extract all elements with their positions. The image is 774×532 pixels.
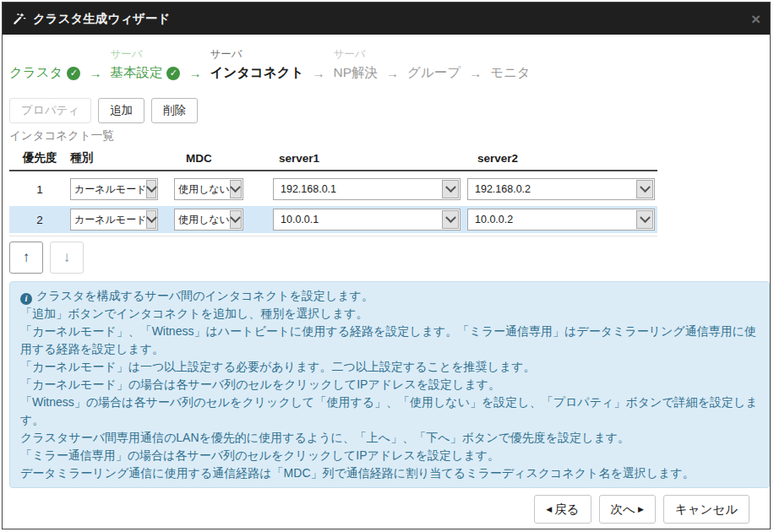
magic-wand-icon <box>12 12 26 26</box>
info-line: 「Witness」の場合は各サーバ列のセルをクリックして「使用する」、「使用しな… <box>20 394 759 429</box>
server2-select-row1[interactable]: 192.168.0.2 <box>467 178 655 200</box>
header-server1: server1 <box>273 152 467 165</box>
table-header-row: 優先度 種別 MDC server1 server2 <box>9 146 657 171</box>
priority-value: 1 <box>9 183 70 196</box>
step-label: 基本設定 <box>110 64 162 82</box>
back-arrow-icon: ◀ <box>546 506 552 513</box>
select-value: 192.168.0.2 <box>468 183 531 195</box>
back-button[interactable]: ◀ 戻る <box>534 495 591 524</box>
check-icon: ✓ <box>67 67 80 80</box>
cancel-label: キャンセル <box>675 502 738 518</box>
title-bar: クラスタ生成ウィザード × <box>3 3 770 35</box>
info-text: クラスタを構成するサーバ間のインタコネクトを設定します。 <box>36 289 373 302</box>
down-arrow-icon: ↓ <box>63 249 71 266</box>
step-label: インタコネクト <box>210 64 303 82</box>
cancel-button[interactable]: キャンセル <box>663 495 749 524</box>
step-top-label <box>490 46 531 62</box>
chevron-down-icon <box>230 180 242 198</box>
step-monitor: モニタ <box>490 46 531 84</box>
select-value: 10.0.0.1 <box>274 214 319 225</box>
chevron-down-icon <box>442 210 459 229</box>
step-top-label: サーバ <box>334 46 379 62</box>
wizard-stepper: クラスタ ✓ → サーバ 基本設定 ✓ → サーバ インタコネクト → サーバ … <box>9 46 531 84</box>
select-value: 192.168.0.1 <box>274 183 336 195</box>
info-panel: iクラスタを構成するサーバ間のインタコネクトを設定します。 「追加」ボタンでイン… <box>9 281 770 488</box>
dialog-title: クラスタ生成ウィザード <box>33 11 170 27</box>
step-label: クラスタ <box>9 64 63 82</box>
step-basic-settings[interactable]: サーバ 基本設定 ✓ <box>110 46 180 84</box>
arrow-right-icon: → <box>313 62 325 84</box>
server1-select-row2[interactable]: 10.0.0.1 <box>273 209 461 231</box>
interconnect-table: 優先度 種別 MDC server1 server2 1 カーネルモード 使用し… <box>9 146 657 236</box>
step-top-label <box>9 46 80 62</box>
select-value: 使用しない <box>175 213 230 227</box>
select-value: カーネルモード <box>71 213 146 227</box>
info-line: データミラーリング通信に使用する通信経路は「MDC」列で通信経路に割り当てるミラ… <box>20 464 759 482</box>
chevron-down-icon <box>146 180 156 198</box>
step-interconnect: サーバ インタコネクト <box>210 46 303 84</box>
select-value: 使用しない <box>175 182 230 197</box>
info-line: クラスタサーバ間専用通信のLANを優先的に使用するように、「上へ」、「下へ」ボタ… <box>20 429 759 447</box>
type-select-row2[interactable]: カーネルモード <box>70 209 158 231</box>
arrow-right-icon: → <box>469 62 482 84</box>
chevron-down-icon <box>636 210 653 229</box>
step-cluster[interactable]: クラスタ ✓ <box>9 46 80 84</box>
priority-value: 2 <box>9 214 70 226</box>
properties-button[interactable]: プロパティ <box>9 98 91 123</box>
footer-actions: ◀ 戻る 次へ ▶ キャンセル <box>534 495 749 524</box>
next-label: 次へ <box>611 502 635 518</box>
back-label: 戻る <box>554 502 579 518</box>
header-server2: server2 <box>467 152 657 165</box>
select-value: カーネルモード <box>71 182 146 197</box>
chevron-down-icon <box>230 210 242 229</box>
server2-select-row2[interactable]: 10.0.0.2 <box>467 209 655 231</box>
move-down-button[interactable]: ↓ <box>50 242 84 274</box>
info-icon: i <box>20 293 32 305</box>
add-button[interactable]: 追加 <box>98 98 144 123</box>
step-top-label: サーバ <box>210 46 303 62</box>
remove-button[interactable]: 削除 <box>151 98 198 123</box>
step-top-label: サーバ <box>110 46 180 62</box>
info-line: 「ミラー通信専用」の場合は各サーバ列のセルをクリックしてIPアドレスを設定します… <box>20 447 759 464</box>
mdc-select-row1[interactable]: 使用しない <box>174 178 243 200</box>
check-icon: ✓ <box>166 67 180 80</box>
header-priority: 優先度 <box>9 150 70 166</box>
interconnect-list-title: インタコネクト一覧 <box>9 128 114 144</box>
arrow-right-icon: → <box>89 62 101 84</box>
step-label: NP解決 <box>334 64 379 82</box>
table-bottom-divider <box>9 236 657 236</box>
mdc-select-row2[interactable]: 使用しない <box>174 209 243 231</box>
up-arrow-icon: ↑ <box>23 249 30 266</box>
chevron-down-icon <box>146 210 156 229</box>
table-row[interactable]: 1 カーネルモード 使用しない 192.168.0.1 <box>9 176 657 203</box>
header-type: 種別 <box>70 150 174 166</box>
info-line: 「カーネルモード」は一つ以上設定する必要があります。二つ以上設定することを推奨し… <box>20 358 759 376</box>
step-label: モニタ <box>490 64 531 82</box>
info-line: iクラスタを構成するサーバ間のインタコネクトを設定します。 <box>20 287 759 305</box>
move-up-button[interactable]: ↑ <box>9 242 43 274</box>
step-label: グループ <box>407 64 461 82</box>
arrow-right-icon: → <box>386 62 399 84</box>
step-group: グループ <box>407 46 461 84</box>
select-value: 10.0.0.2 <box>468 214 513 225</box>
server1-select-row1[interactable]: 192.168.0.1 <box>273 178 461 200</box>
arrow-right-icon: → <box>188 62 201 84</box>
type-select-row1[interactable]: カーネルモード <box>70 178 158 200</box>
info-line: 「カーネルモード」、「Witness」はハートビートに使用する経路を設定します。… <box>20 323 759 358</box>
chevron-down-icon <box>636 180 653 198</box>
step-top-label <box>407 46 461 62</box>
reorder-controls: ↑ ↓ <box>9 242 84 274</box>
header-mdc: MDC <box>174 152 273 165</box>
step-np-resolution: サーバ NP解決 <box>334 46 379 84</box>
info-line: 「追加」ボタンでインタコネクトを追加し、種別を選択します。 <box>20 305 759 323</box>
info-line: 「カーネルモード」の場合は各サーバ列のセルをクリックしてIPアドレスを設定します… <box>20 376 759 394</box>
next-arrow-icon: ▶ <box>638 506 644 513</box>
next-button[interactable]: 次へ ▶ <box>599 495 656 524</box>
toolbar: プロパティ 追加 削除 <box>9 98 198 123</box>
close-icon[interactable]: × <box>751 11 760 27</box>
chevron-down-icon <box>442 180 459 198</box>
cluster-wizard-dialog: クラスタ生成ウィザード × クラスタ ✓ → サーバ 基本設定 ✓ → サーバ … <box>2 2 771 529</box>
table-row-selected[interactable]: 2 カーネルモード 使用しない 10.0.0.1 <box>9 206 657 233</box>
